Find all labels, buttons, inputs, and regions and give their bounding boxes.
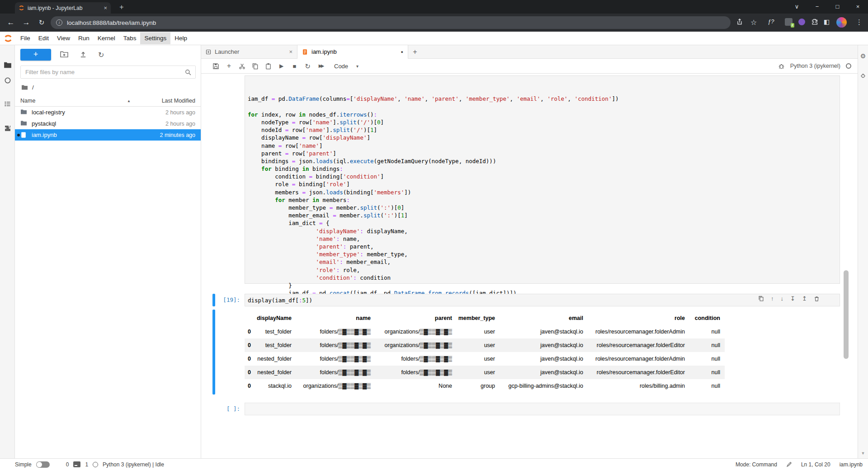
file-row-iam.ipynb[interactable]: iam.ipynb2 minutes ago <box>15 129 201 141</box>
table-cell: organizations/▒▓▒▒▓▒▓▒ <box>375 325 457 338</box>
restart-kernel-button[interactable]: ↻ <box>304 63 311 70</box>
kernel-status-icon[interactable] <box>846 63 851 69</box>
fx-extension-icon[interactable]: ƒ? <box>768 18 774 25</box>
cursor-position[interactable]: Ln 1, Col 20 <box>801 461 830 468</box>
property-inspector-gear-icon[interactable]: ⚙ <box>858 52 868 60</box>
browser-tab-strip: iam.ipynb - JupyterLab × + ∨ − □ × <box>0 0 868 14</box>
table-cell: user <box>457 366 500 379</box>
launcher-tab-icon <box>206 49 211 55</box>
file-row-pystackql[interactable]: pystackql2 hours ago <box>15 118 201 129</box>
modified-column-header[interactable]: Last Modified <box>162 98 195 104</box>
menu-settings[interactable]: Settings <box>140 32 170 44</box>
notebook-scroll-area[interactable]: iam_df = pd.DataFrame(columns=['displayN… <box>201 74 858 458</box>
maximize-button[interactable]: □ <box>827 0 848 14</box>
tab-search-icon[interactable]: ∨ <box>787 0 807 14</box>
file-browser-tab-icon[interactable] <box>0 61 15 69</box>
scrolled-cell-code[interactable]: iam_df = pd.DataFrame(columns=['displayN… <box>248 95 837 297</box>
kernels-count[interactable]: 1 <box>85 461 88 468</box>
breadcrumb-root[interactable]: / <box>32 84 34 91</box>
active-cell-code[interactable]: display(iam_df[:5]) <box>248 297 312 304</box>
tab-close-icon[interactable]: × <box>104 5 107 11</box>
menu-file[interactable]: File <box>16 32 34 44</box>
scrolled-cell-editor[interactable]: iam_df = pd.DataFrame(columns=['displayN… <box>245 75 840 284</box>
restart-run-all-button[interactable]: ▶▶ <box>317 64 324 68</box>
new-launcher-button[interactable]: + <box>20 49 51 61</box>
purple-extension-icon[interactable] <box>798 19 805 25</box>
close-window-button[interactable]: × <box>848 0 868 14</box>
forward-button[interactable]: → <box>20 17 33 28</box>
insert-cell-above-icon[interactable]: ↥ <box>802 295 807 302</box>
menu-edit[interactable]: Edit <box>34 32 53 44</box>
running-sessions-icon[interactable] <box>0 77 15 84</box>
close-launcher-tab-icon[interactable]: × <box>289 48 292 55</box>
url-text[interactable]: localhost:8888/lab/tree/iam.ipynb <box>67 19 156 26</box>
debugger-bug-icon[interactable] <box>778 63 785 70</box>
paste-cells-button[interactable] <box>265 63 272 70</box>
cell-type-dropdown[interactable]: Code ▾ <box>334 63 359 70</box>
dataframe-table: displayNamenameparentmember_typeemailrol… <box>245 311 725 393</box>
save-button[interactable] <box>212 63 219 70</box>
move-cell-down-icon[interactable]: ↓ <box>781 295 784 302</box>
table-cell: stackql.io <box>255 379 296 393</box>
tab-launcher[interactable]: Launcher × <box>201 45 297 58</box>
output-collapser[interactable] <box>212 310 215 395</box>
upload-icon[interactable] <box>80 51 87 58</box>
minimize-button[interactable]: − <box>807 0 827 14</box>
active-cell-editor[interactable]: display(iam_df[:5]) <box>245 294 840 306</box>
menu-kernel[interactable]: Kernel <box>94 32 119 44</box>
extensions-puzzle-icon[interactable] <box>811 18 818 25</box>
address-bar[interactable]: i localhost:8888/lab/tree/iam.ipynb <box>51 16 731 29</box>
site-info-icon[interactable]: i <box>56 19 62 26</box>
add-tab-button[interactable]: + <box>408 45 422 58</box>
notebook-scrollbar-thumb[interactable] <box>844 270 849 359</box>
menu-help[interactable]: Help <box>170 32 191 44</box>
kernel-status-text[interactable]: Python 3 (ipykernel) | Idle <box>103 461 164 468</box>
kernel-name[interactable]: Python 3 (ipykernel) <box>790 63 840 69</box>
home-folder-icon[interactable] <box>21 85 28 90</box>
bookmark-star-icon[interactable]: ☆ <box>750 18 757 27</box>
breadcrumb[interactable]: / <box>21 84 34 91</box>
column-header: member_type <box>457 311 500 325</box>
split-view-icon[interactable]: ◧ <box>824 18 830 25</box>
simple-mode-toggle[interactable] <box>36 461 50 468</box>
table-cell: null <box>689 379 725 393</box>
cut-cells-button[interactable] <box>239 63 245 70</box>
interrupt-kernel-button[interactable]: ■ <box>291 63 298 69</box>
refresh-file-list-icon[interactable]: ↻ <box>98 51 104 59</box>
browser-menu-icon[interactable]: ⋮ <box>856 18 863 26</box>
name-column-header[interactable]: Name <box>20 98 35 104</box>
table-cell: roles/resourcemanager.folderEditor <box>588 338 689 352</box>
back-button[interactable]: ← <box>5 17 17 28</box>
table-of-contents-icon[interactable] <box>0 100 15 108</box>
adblock-extension-icon[interactable]: 2 <box>785 18 793 26</box>
share-icon[interactable] <box>736 18 743 25</box>
reload-button[interactable]: ↻ <box>35 17 48 28</box>
insert-cell-button[interactable]: + <box>226 62 232 70</box>
menu-view[interactable]: View <box>53 32 74 44</box>
scroll-down-arrow-icon[interactable]: ▼ <box>858 451 868 456</box>
insert-cell-below-icon[interactable]: ↧ <box>790 295 795 302</box>
file-filter-input[interactable] <box>21 66 195 78</box>
menu-tabs[interactable]: Tabs <box>119 32 141 44</box>
copy-cells-button[interactable] <box>252 63 259 70</box>
notebook-tab-label[interactable]: iam.ipynb <box>311 48 337 55</box>
empty-cell-editor[interactable] <box>245 403 840 415</box>
menu-run[interactable]: Run <box>74 32 94 44</box>
launcher-tab-label[interactable]: Launcher <box>215 48 239 55</box>
move-cell-up-icon[interactable]: ↑ <box>771 295 774 302</box>
file-row-local-registry[interactable]: local-registry2 hours ago <box>15 107 201 118</box>
duplicate-cell-icon[interactable] <box>758 296 764 301</box>
terminals-count[interactable]: 0 <box>66 461 69 468</box>
new-tab-button[interactable]: + <box>116 1 127 13</box>
tab-iam-notebook[interactable]: iam.ipynb ● <box>297 45 408 58</box>
extension-manager-icon[interactable] <box>0 125 15 132</box>
profile-avatar[interactable] <box>836 17 847 28</box>
delete-cell-icon[interactable] <box>814 296 820 302</box>
run-cell-button[interactable]: ▶ <box>278 63 285 69</box>
debugger-sidebar-icon[interactable] <box>858 72 868 79</box>
command-mode-indicator[interactable]: Mode: Command <box>736 461 777 468</box>
sort-ascending-icon[interactable]: ▲ <box>127 99 131 103</box>
row-index: 0 <box>245 379 255 393</box>
browser-tab[interactable]: iam.ipynb - JupyterLab × <box>15 2 111 14</box>
new-folder-icon[interactable] <box>60 51 68 58</box>
